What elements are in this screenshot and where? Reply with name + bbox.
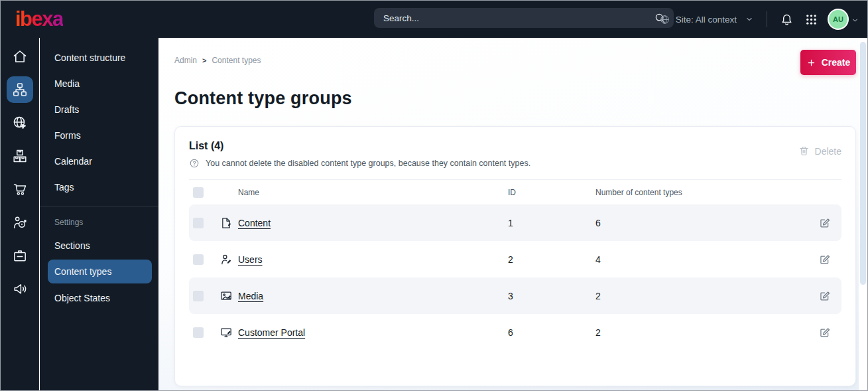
- group-count: 4: [595, 254, 818, 265]
- sitemap-icon: [12, 82, 28, 98]
- table-row: Media 3 2: [189, 277, 841, 314]
- megaphone-icon: [12, 281, 28, 297]
- rail-item-content-structure[interactable]: [7, 76, 33, 103]
- row-checkbox[interactable]: [193, 218, 204, 228]
- sidebar-item-calendar[interactable]: Calendar: [40, 148, 158, 174]
- plus-icon: [806, 58, 816, 68]
- search-input[interactable]: [383, 13, 654, 23]
- sidebar-item-object-states[interactable]: Object States: [40, 285, 158, 311]
- create-button-label: Create: [822, 57, 851, 68]
- user-icon: [204, 253, 238, 266]
- sidebar-item-content-types[interactable]: Content types: [48, 260, 152, 283]
- group-link[interactable]: Users: [238, 254, 263, 265]
- rail-item-product-catalog[interactable]: [7, 143, 33, 169]
- global-search: [374, 8, 674, 28]
- row-checkbox[interactable]: [193, 254, 204, 265]
- sidebar-section-settings: Settings: [40, 212, 158, 232]
- scrollbar-thumb[interactable]: [860, 42, 866, 285]
- boxes-icon: [12, 148, 28, 164]
- person-target-icon: [12, 214, 28, 230]
- group-id: 2: [508, 254, 595, 265]
- group-count: 2: [595, 291, 818, 301]
- rail-item-personalization[interactable]: [7, 242, 33, 269]
- breadcrumb: Admin > Content types: [174, 56, 261, 65]
- help-text: You cannot delete the disabled content t…: [206, 159, 530, 168]
- column-header-name: Name: [238, 188, 508, 197]
- sidebar-divider: [40, 206, 158, 206]
- sidebar-item-sections[interactable]: Sections: [40, 232, 158, 258]
- content-type-groups-table: Name ID Number of content types Content …: [189, 179, 841, 351]
- rail-item-promotions[interactable]: [7, 275, 33, 302]
- group-id: 1: [508, 218, 595, 228]
- sidebar-item-media[interactable]: Media: [40, 70, 158, 96]
- list-title: List (4): [189, 140, 530, 152]
- site-context-label: Site: All context: [676, 15, 737, 25]
- sidebar-item-drafts[interactable]: Drafts: [40, 96, 158, 122]
- edit-button[interactable]: [818, 289, 831, 303]
- column-header-count: Number of content types: [595, 188, 831, 197]
- chevron-down-icon: [745, 15, 754, 24]
- sidebar-item-content-structure[interactable]: Content structure: [40, 44, 158, 70]
- image-icon: [204, 289, 238, 303]
- ibexa-logo[interactable]: ibexa: [15, 7, 63, 32]
- edit-button[interactable]: [818, 326, 831, 339]
- file-icon: [204, 216, 238, 230]
- rail-item-site[interactable]: [7, 110, 33, 136]
- row-checkbox[interactable]: [193, 291, 204, 301]
- content-type-groups-panel: List (4) You cannot delete the disabled …: [174, 126, 856, 386]
- top-bar: ibexa Site: All context: [1, 1, 867, 38]
- sidebar-item-forms[interactable]: Forms: [40, 122, 158, 148]
- main-content: Admin > Content types Create Content typ…: [158, 38, 867, 390]
- table-row: Customer Portal 6 2: [189, 314, 841, 351]
- select-all-checkbox[interactable]: [193, 187, 204, 198]
- group-link[interactable]: Media: [238, 291, 263, 301]
- group-link[interactable]: Customer Portal: [238, 327, 305, 338]
- trash-icon: [798, 145, 810, 157]
- monitor-icon: [204, 326, 238, 339]
- group-link[interactable]: Content: [238, 218, 271, 228]
- avatar: AU: [829, 10, 847, 29]
- main-area: Admin > Content types Create Content typ…: [158, 38, 867, 390]
- scrollbar-track[interactable]: [859, 38, 867, 390]
- breadcrumb-content-types: Content types: [212, 56, 261, 65]
- sidebar-item-tags[interactable]: Tags: [40, 174, 158, 200]
- bell-icon: [780, 13, 794, 27]
- rail-item-home[interactable]: [7, 43, 33, 70]
- globe-cursor-icon: [12, 115, 28, 131]
- globe-icon: [659, 14, 670, 25]
- home-icon: [12, 48, 28, 64]
- user-menu[interactable]: AU: [829, 10, 859, 29]
- group-id: 6: [508, 327, 595, 338]
- edit-icon: [818, 326, 831, 339]
- delete-button[interactable]: Delete: [798, 145, 841, 157]
- badge-icon: [12, 248, 28, 264]
- edit-button[interactable]: [818, 253, 831, 266]
- icon-rail: [1, 38, 39, 390]
- topbar-controls: Site: All context AU: [659, 1, 859, 38]
- group-count: 6: [595, 218, 818, 228]
- breadcrumb-separator: >: [202, 56, 206, 64]
- delete-button-label: Delete: [815, 146, 841, 157]
- page-title: Content type groups: [174, 88, 856, 109]
- edit-button[interactable]: [818, 216, 831, 230]
- rail-item-customers[interactable]: [7, 209, 33, 236]
- rail-item-commerce[interactable]: [7, 176, 33, 202]
- table-row: Content 1 6: [189, 204, 841, 241]
- topbar-divider: [767, 11, 767, 27]
- edit-icon: [818, 289, 831, 302]
- app-grid-button[interactable]: [804, 12, 819, 27]
- chevron-down-icon: [851, 15, 859, 24]
- app-window: ibexa Site: All context: [0, 0, 868, 391]
- table-row: Users 2 4: [189, 241, 841, 277]
- create-button[interactable]: Create: [800, 50, 856, 75]
- grid-icon: [804, 13, 818, 27]
- group-id: 3: [508, 291, 595, 301]
- row-checkbox[interactable]: [193, 327, 204, 338]
- notifications-button[interactable]: [780, 12, 794, 27]
- site-context-switcher[interactable]: Site: All context: [659, 14, 754, 25]
- sidebar: Content structure Media Drafts Forms Cal…: [40, 38, 158, 390]
- group-count: 2: [595, 327, 818, 338]
- help-icon[interactable]: [189, 158, 200, 169]
- breadcrumb-admin[interactable]: Admin: [174, 56, 197, 65]
- table-header: Name ID Number of content types: [189, 180, 841, 204]
